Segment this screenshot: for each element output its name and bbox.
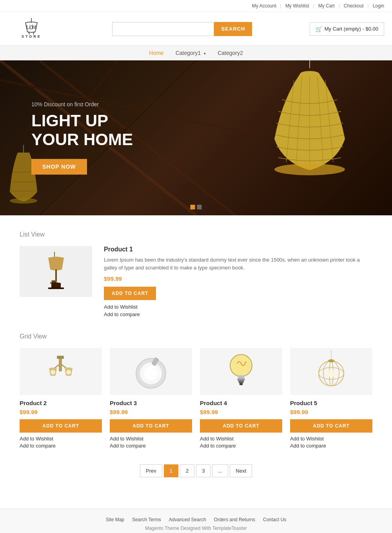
- svg-rect-46: [239, 382, 243, 383]
- grid-view-section: Grid View: [20, 333, 372, 449]
- footer-sitemap[interactable]: Site Map: [106, 517, 124, 522]
- product2-image: [20, 348, 102, 395]
- product3-wishlist[interactable]: Add to Wishlist: [110, 436, 192, 442]
- pagination-page-3[interactable]: 3: [196, 464, 211, 477]
- checkout-link[interactable]: Checkout: [344, 3, 364, 9]
- product5-compare[interactable]: Add to compare: [290, 443, 372, 449]
- my-wishlist-link[interactable]: My Wishlist: [285, 3, 309, 9]
- product1-name: Product 1: [104, 246, 372, 253]
- product3-image-icon: [131, 352, 171, 391]
- product4-actions: Add to Wishlist Add to compare: [200, 436, 282, 449]
- footer-advancedsearch[interactable]: Advanced Search: [169, 517, 206, 522]
- product2-name: Product 2: [20, 400, 102, 406]
- svg-rect-31: [48, 287, 64, 289]
- product3-name: Product 3: [110, 400, 192, 406]
- main-content: List View Product 1 Lorem: [0, 215, 392, 509]
- svg-rect-44: [237, 378, 245, 380]
- grid-view-products: Product 2 $99.99 ADD TO CART Add to Wish…: [20, 348, 372, 449]
- svg-point-48: [233, 358, 249, 373]
- footer-contact[interactable]: Contact Us: [263, 517, 286, 522]
- grid-product-4: Product 4 $99.99 ADD TO CART Add to Wish…: [200, 348, 282, 449]
- product1-image-icon: [40, 250, 72, 293]
- product4-compare[interactable]: Add to compare: [200, 443, 282, 449]
- svg-text:ht: ht: [32, 24, 36, 30]
- login-link[interactable]: Login: [373, 3, 384, 9]
- product4-image: [200, 348, 282, 395]
- pagination-ellipsis[interactable]: ...: [212, 464, 228, 477]
- pagination-next[interactable]: Next: [230, 464, 252, 477]
- hero-banner: 10% Discount on first Order LIGHT UP YOU…: [0, 60, 392, 215]
- product1-image: [20, 246, 92, 297]
- product2-compare[interactable]: Add to compare: [20, 443, 102, 449]
- product2-image-icon: [43, 352, 78, 391]
- product5-actions: Add to Wishlist Add to compare: [290, 436, 372, 449]
- product1-wishlist[interactable]: Add to Wishlist: [104, 304, 372, 310]
- nav-category2[interactable]: Category2: [218, 50, 243, 56]
- product3-image: [110, 348, 192, 395]
- product4-add-to-cart[interactable]: ADD TO CART: [200, 419, 282, 433]
- product4-wishlist[interactable]: Add to Wishlist: [200, 436, 282, 442]
- product5-image: [290, 348, 372, 395]
- hero-dot-1[interactable]: [191, 205, 195, 209]
- product1-compare[interactable]: Add to compare: [104, 311, 372, 317]
- nav-home[interactable]: Home: [149, 50, 163, 56]
- product5-name: Product 5: [290, 400, 372, 406]
- hero-discount-text: 10% Discount on first Order: [31, 101, 133, 107]
- product3-add-to-cart[interactable]: ADD TO CART: [110, 419, 192, 433]
- nav-category1[interactable]: Category1 ▾: [176, 50, 206, 56]
- pagination: Prev 1 2 3 ... Next: [20, 464, 372, 477]
- footer-searchterms[interactable]: Search Terms: [132, 517, 161, 522]
- list-view-product: Product 1 Lorem Ipsum has been the indus…: [20, 246, 372, 317]
- svg-rect-26: [55, 269, 57, 281]
- search-input[interactable]: [112, 22, 214, 36]
- svg-rect-45: [238, 380, 244, 382]
- hero-content: 10% Discount on first Order LIGHT UP YOU…: [31, 101, 133, 175]
- shop-now-button[interactable]: ShoP Now: [31, 159, 87, 175]
- product2-price: $99.99: [20, 409, 102, 415]
- list-view-section: List View Product 1 Lorem: [20, 231, 372, 317]
- footer-links: Site Map Search Terms Advanced Search Or…: [8, 517, 384, 522]
- cart-button[interactable]: 🛒 My Cart (empty) - $0.00: [310, 22, 384, 36]
- my-account-link[interactable]: My Account: [252, 3, 276, 9]
- svg-point-40: [144, 366, 158, 380]
- product2-wishlist[interactable]: Add to Wishlist: [20, 436, 102, 442]
- pagination-prev[interactable]: Prev: [140, 464, 162, 477]
- cart-label: My Cart (empty) - $0.00: [325, 26, 378, 32]
- svg-rect-37: [57, 356, 64, 359]
- logo-icon: Li ht STORE: [18, 18, 45, 40]
- search-area: SEARCH: [104, 22, 261, 36]
- svg-point-19: [274, 164, 345, 175]
- product3-compare[interactable]: Add to compare: [110, 443, 192, 449]
- grid-view-title: Grid View: [20, 333, 372, 340]
- product5-price: $99.99: [290, 409, 372, 415]
- product1-description: Lorem Ipsum has been the industry's stan…: [104, 256, 372, 271]
- product1-info: Product 1 Lorem Ipsum has been the indus…: [104, 246, 372, 317]
- header: Li ht STORE SEARCH 🛒 My Cart (empty) - $…: [0, 12, 392, 45]
- logo[interactable]: Li ht STORE: [8, 18, 55, 40]
- footer-orders[interactable]: Orders and Returns: [214, 517, 255, 522]
- product1-add-to-cart[interactable]: ADD TO CART: [104, 287, 156, 300]
- svg-point-35: [51, 370, 55, 375]
- pagination-page-1[interactable]: 1: [164, 464, 178, 477]
- hero-dot-2[interactable]: [197, 205, 202, 209]
- product4-price: $99.99: [200, 409, 282, 415]
- svg-point-36: [66, 370, 71, 375]
- product5-image-icon: [314, 350, 349, 393]
- product5-add-to-cart[interactable]: ADD TO CART: [290, 419, 372, 433]
- product1-actions: Add to Wishlist Add to compare: [104, 304, 372, 317]
- svg-point-24: [10, 198, 37, 204]
- top-bar: My Account | My Wishlist | My Cart | Che…: [0, 0, 392, 12]
- footer: Site Map Search Terms Advanced Search Or…: [0, 509, 392, 533]
- svg-point-55: [328, 359, 334, 362]
- footer-credit: Magento Theme Designed With TemplateToas…: [8, 526, 384, 531]
- product5-wishlist[interactable]: Add to Wishlist: [290, 436, 372, 442]
- pagination-page-2[interactable]: 2: [180, 464, 194, 477]
- my-cart-link[interactable]: My Cart: [318, 3, 335, 9]
- lamp-right-icon: [251, 60, 368, 202]
- search-button[interactable]: SEARCH: [214, 22, 252, 36]
- product1-price: $99.99: [104, 275, 372, 282]
- hero-dots: [191, 205, 202, 209]
- product2-add-to-cart[interactable]: ADD TO CART: [20, 419, 102, 433]
- svg-text:STORE: STORE: [22, 35, 42, 38]
- hero-title: LIGHT UP YOUR HOME: [31, 111, 133, 149]
